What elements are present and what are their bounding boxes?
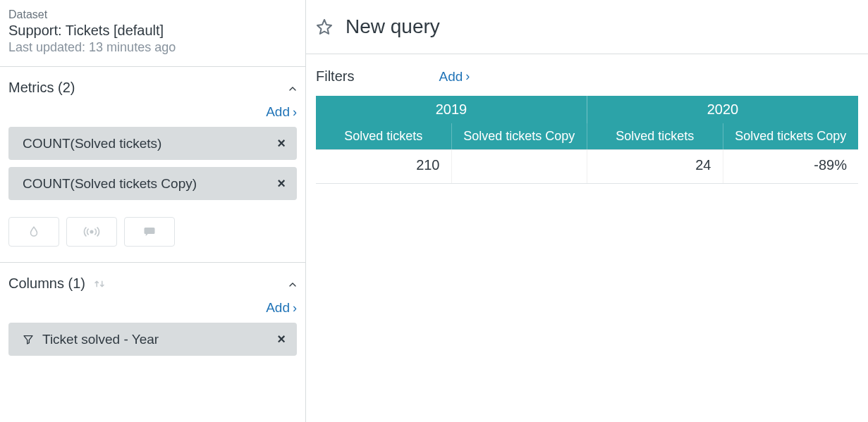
table-cell: -89% (723, 150, 859, 183)
sidebar: Dataset Support: Tickets [default] Last … (0, 0, 306, 422)
add-link-label: Add (439, 69, 463, 85)
table-subheader[interactable]: Solved tickets Copy (723, 123, 859, 149)
comment-icon-button[interactable] (124, 217, 175, 247)
chevron-right-icon: › (293, 105, 297, 120)
metric-pill-label: COUNT(Solved tickets Copy) (23, 176, 197, 192)
table-row: 210 24 -89% (316, 150, 858, 183)
filters-label: Filters (316, 68, 354, 85)
metric-pill-label: COUNT(Solved tickets) (23, 136, 161, 151)
chevron-up-icon (287, 83, 297, 93)
column-pill-label: Ticket solved - Year (42, 332, 159, 347)
columns-header[interactable]: Columns (1) (8, 275, 297, 292)
filters-row: Filters Add › (306, 54, 868, 96)
star-icon (316, 18, 333, 35)
column-pill[interactable]: Ticket solved - Year × (8, 323, 297, 356)
close-icon[interactable]: × (277, 331, 286, 347)
table-header-year[interactable]: 2019 (316, 96, 587, 123)
chevron-up-icon (287, 279, 297, 289)
metrics-header[interactable]: Metrics (2) (8, 80, 297, 96)
filters-add-link[interactable]: Add › (439, 69, 470, 85)
table-header-row: 2019 2020 (316, 96, 858, 123)
close-icon[interactable]: × (277, 175, 286, 192)
metrics-title: Metrics (2) (8, 80, 75, 96)
live-icon-button[interactable] (66, 217, 117, 247)
table-subheader[interactable]: Solved tickets (316, 123, 452, 149)
comment-icon (142, 225, 157, 238)
close-icon[interactable]: × (277, 135, 286, 151)
table-header-year[interactable]: 2020 (587, 96, 858, 123)
metric-pill[interactable]: COUNT(Solved tickets) × (8, 127, 297, 160)
table-subheader[interactable]: Solved tickets Copy (452, 123, 588, 149)
dataset-block: Dataset Support: Tickets [default] Last … (0, 0, 305, 67)
drop-icon-button[interactable] (8, 217, 59, 247)
table-subheader[interactable]: Solved tickets (587, 123, 723, 149)
metrics-add-link[interactable]: Add › (266, 104, 297, 120)
query-title[interactable]: New query (346, 15, 440, 38)
table-cell: 24 (587, 150, 723, 183)
chevron-right-icon: › (465, 69, 470, 84)
main-panel: New query Filters Add › 2019 2020 Solved… (306, 0, 868, 422)
dataset-title[interactable]: Support: Tickets [default] (8, 23, 294, 39)
favorite-button[interactable] (316, 18, 333, 35)
columns-section: Columns (1) Add › Ticket solved - Year (0, 263, 305, 371)
swap-icon[interactable] (92, 278, 106, 290)
columns-add-link[interactable]: Add › (266, 300, 297, 316)
dataset-updated: Last updated: 13 minutes ago (8, 40, 294, 55)
columns-title: Columns (1) (8, 275, 85, 292)
metric-icon-row (8, 217, 297, 247)
table-subheader-row: Solved tickets Solved tickets Copy Solve… (316, 123, 858, 150)
drop-icon (27, 225, 40, 239)
chevron-right-icon: › (293, 301, 297, 316)
results-table: 2019 2020 Solved tickets Solved tickets … (316, 96, 858, 184)
add-link-label: Add (266, 104, 290, 120)
metrics-section: Metrics (2) Add › COUNT(Solved tickets) … (0, 67, 305, 263)
main-header: New query (306, 0, 868, 54)
svg-point-0 (90, 230, 92, 232)
broadcast-icon (82, 225, 101, 238)
funnel-icon (23, 334, 34, 345)
dataset-label: Dataset (8, 8, 294, 21)
table-cell: 210 (316, 150, 452, 183)
table-cell (452, 150, 588, 183)
metric-pill[interactable]: COUNT(Solved tickets Copy) × (8, 167, 297, 200)
add-link-label: Add (266, 300, 290, 316)
